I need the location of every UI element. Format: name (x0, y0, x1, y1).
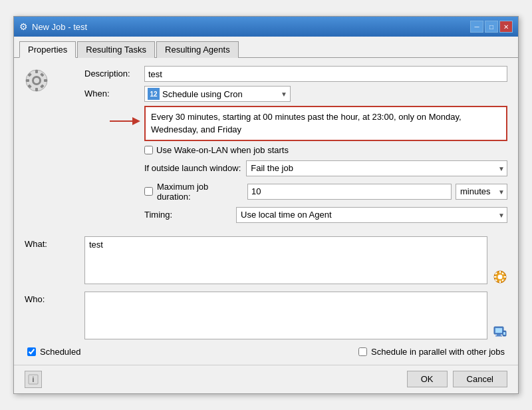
what-row: What: test (25, 236, 507, 286)
what-gear-icon (493, 270, 507, 284)
outside-launch-label: If outside launch window: (144, 163, 241, 173)
svg-rect-28 (503, 332, 505, 335)
schedule-select-wrapper[interactable]: 12 Schedule using Cron ▼ (144, 86, 291, 102)
scheduled-checkbox[interactable] (27, 347, 36, 356)
maximize-button[interactable]: □ (485, 21, 498, 33)
who-side-buttons (490, 292, 507, 339)
tab-properties[interactable]: Properties (19, 41, 76, 58)
timing-label: Timing: (144, 210, 231, 220)
timing-row: Timing: Use local time on Agent ▼ (144, 207, 507, 223)
outside-launch-select-wrap: Fail the job ▼ (246, 160, 507, 176)
schedule-dropdown-arrow-icon: ▼ (281, 91, 287, 98)
cron-description-text: Every 30 minutes, starting at 00 minutes… (151, 112, 462, 134)
who-agent-icon (493, 325, 507, 339)
what-textarea[interactable]: test (84, 236, 487, 284)
outside-launch-row: If outside launch window: Fail the job ▼ (144, 160, 507, 176)
what-textarea-wrap: test (84, 236, 487, 286)
description-row: Description: When: 12 (25, 66, 507, 230)
duration-unit-select[interactable]: minutes (456, 184, 507, 200)
bottom-options-row: Scheduled Schedule in parallel with othe… (25, 347, 507, 357)
timing-select[interactable]: Use local time on Agent (236, 207, 507, 223)
red-arrow-icon (110, 111, 142, 131)
svg-rect-15 (499, 271, 501, 274)
window-title: New Job - test (32, 22, 87, 32)
when-controls: 12 Schedule using Cron ▼ (144, 86, 507, 228)
description-input[interactable] (144, 66, 507, 82)
description-fields: Description: When: 12 (84, 66, 507, 230)
description-section-icon (25, 66, 84, 93)
duration-unit-select-wrap: minutes ▼ (456, 184, 507, 200)
svg-rect-25 (497, 334, 501, 335)
max-duration-row: Maximum job duration: minutes ▼ (144, 182, 507, 202)
when-row: When: 12 Schedule using Cron (84, 86, 507, 228)
parallel-checkbox-area: Schedule in parallel with other jobs (358, 347, 505, 357)
scheduled-label: Scheduled (40, 347, 80, 357)
cron-description-box: Every 30 minutes, starting at 00 minutes… (144, 106, 507, 140)
what-label: What: (25, 236, 84, 249)
tab-resulting-tasks[interactable]: Resulting Tasks (77, 41, 155, 58)
form-content: Description: When: 12 (14, 58, 518, 364)
tab-resulting-agents[interactable]: Resulting Agents (156, 41, 239, 58)
info-icon: i (28, 374, 39, 385)
svg-rect-16 (499, 280, 501, 283)
info-button[interactable]: i (25, 371, 42, 388)
svg-text:i: i (33, 376, 35, 383)
wake-lan-checkbox[interactable] (144, 146, 153, 154)
minimize-button[interactable]: ─ (470, 21, 483, 33)
schedule-select[interactable]: Schedule using Cron (162, 89, 278, 99)
svg-rect-24 (495, 328, 502, 333)
properties-gear-icon (25, 69, 49, 93)
footer-right: OK Cancel (407, 371, 507, 387)
svg-rect-6 (44, 79, 47, 82)
outside-launch-select[interactable]: Fail the job (246, 160, 507, 176)
what-options-button[interactable] (493, 270, 507, 284)
svg-point-14 (498, 274, 503, 279)
description-field-row: Description: (84, 66, 507, 82)
svg-rect-26 (495, 335, 502, 337)
title-controls: ─ □ ✕ (470, 21, 513, 33)
close-button[interactable]: ✕ (499, 21, 513, 33)
footer: i OK Cancel (14, 365, 518, 393)
max-duration-label: Maximum job duration: (157, 182, 243, 202)
who-row: Who: (25, 292, 507, 341)
footer-left: i (25, 371, 42, 388)
svg-rect-4 (35, 88, 38, 91)
wake-lan-row: Use Wake-on-LAN when job starts (144, 145, 507, 155)
ok-button[interactable]: OK (407, 371, 448, 387)
cron-desc-container: Every 30 minutes, starting at 00 minutes… (144, 106, 507, 140)
max-duration-input[interactable] (247, 184, 452, 200)
parallel-checkbox[interactable] (358, 347, 367, 356)
title-bar-left: ⚙ New Job - test (19, 21, 87, 32)
schedule-dropdown-row: 12 Schedule using Cron ▼ (144, 86, 507, 102)
timing-select-wrap: Use local time on Agent ▼ (236, 207, 507, 223)
window-icon: ⚙ (19, 21, 28, 32)
wake-lan-label: Use Wake-on-LAN when job starts (156, 145, 289, 155)
cron-calendar-icon: 12 (148, 88, 160, 100)
title-bar: ⚙ New Job - test ─ □ ✕ (14, 17, 518, 37)
who-textarea-wrap (84, 292, 487, 341)
when-label: When: (84, 86, 144, 99)
svg-rect-18 (504, 276, 507, 278)
parallel-label: Schedule in parallel with other jobs (371, 347, 505, 357)
tabs-bar: Properties Resulting Tasks Resulting Age… (14, 37, 518, 58)
main-window: ⚙ New Job - test ─ □ ✕ Properties Result… (13, 16, 519, 393)
who-label: Who: (25, 292, 84, 304)
svg-rect-5 (26, 79, 29, 82)
who-textarea[interactable] (84, 292, 487, 339)
what-side-buttons (490, 236, 507, 284)
who-options-button[interactable] (493, 325, 507, 339)
max-duration-checkbox[interactable] (144, 187, 153, 196)
cancel-button[interactable]: Cancel (453, 371, 507, 387)
svg-point-2 (34, 78, 39, 83)
svg-rect-17 (494, 276, 497, 278)
description-label: Description: (84, 66, 144, 79)
svg-rect-3 (35, 70, 38, 73)
scheduled-checkbox-area: Scheduled (27, 347, 80, 357)
